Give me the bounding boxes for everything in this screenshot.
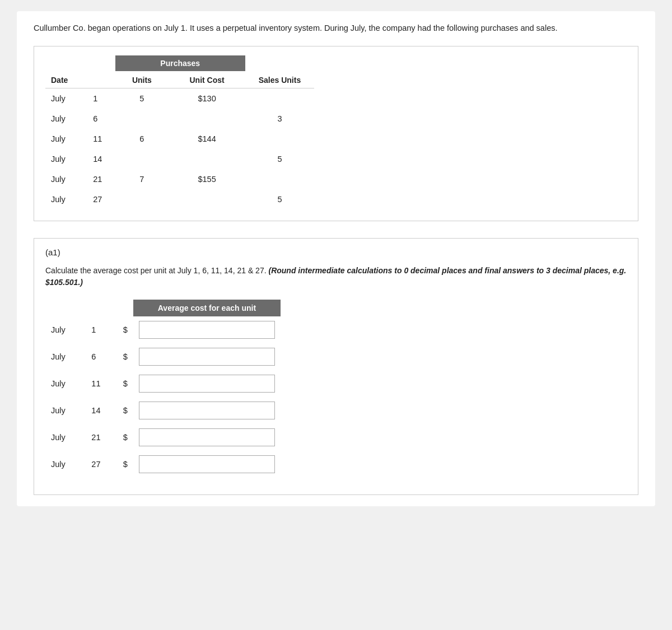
a1-input-cell [133,424,281,451]
table-row: July145 [45,149,314,169]
date-month: July [45,109,87,129]
a1-avg-cost-header: Average cost for each unit [133,300,281,316]
a1-input-cell [133,370,281,397]
a1-dollar-sign: $ [113,316,133,343]
units-value: 5 [115,88,169,109]
unit-cost-value: $144 [169,129,245,149]
a1-date-month: July [45,370,86,397]
a1-date-month: July [45,316,86,343]
units-value [115,189,169,209]
unit-cost-value: $130 [169,88,245,109]
col-unit-cost-header: Unit Cost [169,71,245,88]
a1-instructions: Calculate the average cost per unit at J… [45,265,627,288]
sales-units-value [245,169,314,189]
a1-input-cell [133,343,281,370]
date-month: July [45,169,87,189]
units-value [115,149,169,169]
a1-table-row: July27$ [45,451,281,478]
units-value: 6 [115,129,169,149]
date-day: 21 [87,169,115,189]
date-day: 1 [87,88,115,109]
table-row: July275 [45,189,314,209]
a1-table: Average cost for each unit July1$July6$J… [45,300,281,478]
units-value [115,109,169,129]
col-date-header: Date [45,71,115,88]
date-day: 14 [87,149,115,169]
empty-header-2 [245,55,314,71]
a1-table-row: July6$ [45,343,281,370]
top-table-container: Purchases Date Units Unit Cost Sales Uni… [34,46,638,221]
sales-units-value: 5 [245,149,314,169]
table-row: July217$155 [45,169,314,189]
a1-avg-cost-input-july-1[interactable] [139,321,275,339]
a1-dollar-sign: $ [113,370,133,397]
intro-text: Cullumber Co. began operations on July 1… [34,22,638,35]
unit-cost-value [169,149,245,169]
col-sales-units-header: Sales Units [245,71,314,88]
a1-dollar-header [113,300,133,316]
a1-date-day: 21 [86,424,113,451]
table-row: July116$144 [45,129,314,149]
a1-table-row: July21$ [45,424,281,451]
a1-date-day: 14 [86,397,113,424]
a1-input-cell [133,397,281,424]
a1-dollar-sign: $ [113,343,133,370]
date-month: July [45,149,87,169]
date-day: 6 [87,109,115,129]
a1-date-month: July [45,343,86,370]
a1-date-month: July [45,424,86,451]
unit-cost-value [169,109,245,129]
a1-avg-cost-input-july-21[interactable] [139,428,275,446]
col-units-header: Units [115,71,169,88]
a1-date-day: 6 [86,343,113,370]
a1-dollar-sign: $ [113,424,133,451]
a1-dollar-sign: $ [113,397,133,424]
a1-date-month: July [45,451,86,478]
date-month: July [45,129,87,149]
page-wrapper: Cullumber Co. began operations on July 1… [17,11,655,506]
a1-date-month: July [45,397,86,424]
a1-label: (a1) [45,248,627,257]
sales-units-value: 5 [245,189,314,209]
a1-dollar-sign: $ [113,451,133,478]
a1-input-cell [133,316,281,343]
a1-table-row: July1$ [45,316,281,343]
a1-date-day: 11 [86,370,113,397]
a1-empty-header [45,300,113,316]
empty-header-1 [45,55,115,71]
a1-instructions-plain: Calculate the average cost per unit at J… [45,266,268,275]
a1-avg-cost-input-july-27[interactable] [139,455,275,473]
date-day: 11 [87,129,115,149]
a1-avg-cost-input-july-6[interactable] [139,348,275,366]
table-row: July63 [45,109,314,129]
sales-units-value [245,129,314,149]
a1-avg-cost-input-july-11[interactable] [139,375,275,393]
purchases-header: Purchases [115,55,245,71]
purchases-table: Purchases Date Units Unit Cost Sales Uni… [45,55,314,209]
sales-units-value [245,88,314,109]
date-month: July [45,88,87,109]
a1-avg-cost-input-july-14[interactable] [139,402,275,419]
date-day: 27 [87,189,115,209]
a1-input-cell [133,451,281,478]
sales-units-value: 3 [245,109,314,129]
units-value: 7 [115,169,169,189]
unit-cost-value [169,189,245,209]
a1-table-row: July14$ [45,397,281,424]
date-month: July [45,189,87,209]
a1-date-day: 1 [86,316,113,343]
table-row: July15$130 [45,88,314,109]
unit-cost-value: $155 [169,169,245,189]
a1-section: (a1) Calculate the average cost per unit… [34,238,638,495]
a1-date-day: 27 [86,451,113,478]
a1-table-row: July11$ [45,370,281,397]
